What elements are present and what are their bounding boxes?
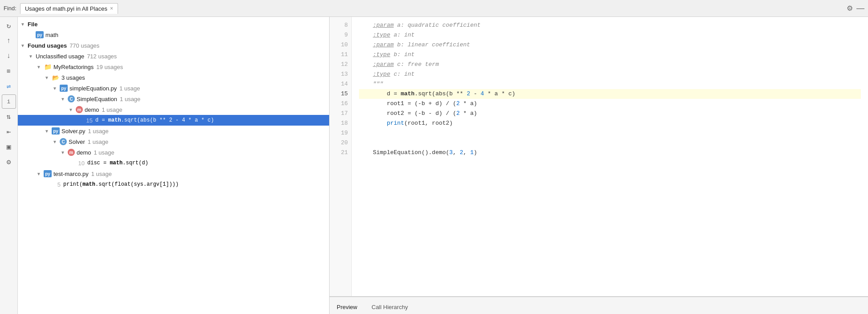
settings-button[interactable]: ⚙ <box>847 4 853 12</box>
minimize-button[interactable]: — <box>856 4 864 13</box>
tab-call-hierarchy[interactable]: Call Hierarchy <box>364 301 415 314</box>
code-line-20 <box>359 138 861 148</box>
disc-snippet: disc = math.sqrt(d) <box>87 160 148 166</box>
folder-icon: 📁 <box>44 63 52 71</box>
bottom-tabs: Preview Call Hierarchy <box>330 296 868 314</box>
py-icon-solver: py <box>52 127 60 135</box>
file-tree-panel: ▼ File py math ▼ Found usages 770 usages… <box>18 17 330 314</box>
ln-10: 10 <box>341 40 348 50</box>
code-line-8: :param a: quadratic coefficient <box>359 20 861 30</box>
find-bar: Find: Usages of math.pyi in All Places ×… <box>0 0 868 17</box>
code-area[interactable]: :param a: quadratic coefficient :type a:… <box>352 17 868 296</box>
ln-12: 12 <box>341 60 348 69</box>
find-tab-title: Usages of math.pyi in All Places <box>25 5 107 12</box>
unclassified-count: 712 usages <box>87 53 117 60</box>
ln-18: 18 <box>341 118 348 128</box>
panel-icon[interactable]: ▣ <box>2 140 16 154</box>
editor-content: 8 9 10 11 12 13 14 15 16 17 18 19 20 21 … <box>330 17 868 296</box>
solver-py-count: 1 usage <box>88 128 108 135</box>
testmarco-py-count: 1 usage <box>91 171 112 177</box>
ln-13: 13 <box>341 69 348 79</box>
method-m-icon: m <box>76 106 83 113</box>
group-icon[interactable]: ⊞ <box>2 64 16 78</box>
tree-row-simpleequation-class[interactable]: ▼ C SimpleEquation 1 usage <box>18 94 329 104</box>
expand-arrow: ▼ <box>20 22 27 27</box>
file-tree-content[interactable]: ▼ File py math ▼ Found usages 770 usages… <box>18 17 329 314</box>
find-tab[interactable]: Usages of math.pyi in All Places × <box>20 3 118 14</box>
class-c-icon: C <box>68 95 75 102</box>
sort-icon[interactable]: ⇅ <box>2 110 16 124</box>
simpleequation-py-label: simpleEquation.py <box>69 85 117 92</box>
main-area: ↻ ↑ ↓ ⊞ ⇌ i ⇅ ⇤ ▣ ⚙ ▼ File py math <box>0 17 868 314</box>
code-snippet-selected: d = math.sqrt(abs(b ** 2 - 4 * a * c) <box>95 117 214 123</box>
myrefactorings-count: 19 usages <box>96 64 123 70</box>
demo-method-label: demo <box>85 106 99 113</box>
tree-row-solver-py[interactable]: ▼ py Solver.py 1 usage <box>18 126 329 136</box>
code-line-17: root2 = (-b - d) / (2 * a) <box>359 109 861 118</box>
testmarco-py-label: test-marco.py <box>53 171 89 177</box>
tree-row-simpleequation-py[interactable]: ▼ py simpleEquation.py 1 usage <box>18 83 329 94</box>
disc-line-num: 10 <box>76 160 85 167</box>
myrefactorings-label: MyRefactorings <box>53 64 94 70</box>
tree-file-label: File <box>28 21 37 28</box>
refresh-icon[interactable]: ↻ <box>2 19 16 33</box>
tree-row-found-usages[interactable]: ▼ Found usages 770 usages <box>18 40 329 51</box>
found-usages-label: Found usages <box>28 42 67 49</box>
ln-21: 21 <box>341 148 348 158</box>
tree-math-label: math <box>45 32 58 38</box>
print-snippet: print(math.sqrt(float(sys.argv[1]))) <box>63 181 179 188</box>
3usages-label: 3 usages <box>61 74 85 81</box>
down-icon[interactable]: ↓ <box>2 49 16 63</box>
py-icon: py <box>36 31 44 38</box>
ln-19: 19 <box>341 128 348 138</box>
code-line-13: :type c: int <box>359 69 861 79</box>
tree-row-disc-line[interactable]: 10 disc = math.sqrt(d) <box>18 158 329 168</box>
ln-8: 8 <box>344 20 348 30</box>
tree-row-demo-method[interactable]: ▼ m demo 1 usage <box>18 104 329 115</box>
code-line-16: root1 = (-b + d) / (2 * a) <box>359 99 861 109</box>
tree-row-file[interactable]: ▼ File <box>18 19 329 29</box>
gear-icon[interactable]: ⚙ <box>2 155 16 169</box>
find-tab-close[interactable]: × <box>110 5 113 12</box>
demo-solver-count: 1 usage <box>94 149 114 156</box>
found-usages-count: 770 usages <box>69 42 99 49</box>
class-c-icon-solver: C <box>60 138 67 145</box>
demo-solver-label: demo <box>77 149 91 156</box>
tree-row-solver-class[interactable]: ▼ C Solver 1 usage <box>18 136 329 147</box>
simpleequation-class-count: 1 usage <box>120 96 140 102</box>
print-line-num: 5 <box>52 181 61 188</box>
code-line-15: d = math.sqrt(abs(b ** 2 - 4 * a * c) <box>359 89 861 99</box>
tree-row-testmarco-py[interactable]: ▼ py test-marco.py 1 usage <box>18 168 329 179</box>
ln-15: 15 <box>341 89 348 99</box>
line-num: 15 <box>84 117 93 124</box>
solver-class-count: 1 usage <box>88 139 108 145</box>
tree-row-math[interactable]: py math <box>18 29 329 40</box>
py-icon-2: py <box>60 85 68 92</box>
merge-icon[interactable]: ⇌ <box>2 79 16 94</box>
ln-20: 20 <box>341 138 348 148</box>
tree-row-3usages[interactable]: ▼ 📂 3 usages <box>18 72 329 83</box>
tree-row-print-line[interactable]: 5 print(math.sqrt(float(sys.argv[1]))) <box>18 179 329 190</box>
code-line-11: :type b: int <box>359 50 861 60</box>
info-icon[interactable]: i <box>2 94 16 109</box>
code-line-21: SimpleEquation().demo(3, 2, 1) <box>359 148 861 158</box>
tree-row-demo-solver[interactable]: ▼ m demo 1 usage <box>18 147 329 158</box>
find-bar-right: ⚙ — <box>847 4 864 13</box>
code-line-19 <box>359 128 861 138</box>
ln-16: 16 <box>341 99 348 109</box>
code-line-12: :param c: free term <box>359 60 861 69</box>
tree-row-selected-line[interactable]: 15 d = math.sqrt(abs(b ** 2 - 4 * a * c) <box>18 115 329 126</box>
sidebar-icons: ↻ ↑ ↓ ⊞ ⇌ i ⇅ ⇤ ▣ ⚙ <box>0 17 18 314</box>
up-icon[interactable]: ↑ <box>2 34 16 48</box>
find-label: Find: <box>4 5 16 12</box>
line-numbers: 8 9 10 11 12 13 14 15 16 17 18 19 20 21 <box>330 17 352 296</box>
collapse-icon[interactable]: ⇤ <box>2 125 16 139</box>
code-line-9: :type a: int <box>359 30 861 40</box>
tree-row-myrefactorings[interactable]: ▼ 📁 MyRefactorings 19 usages <box>18 61 329 72</box>
method-m-icon-solver: m <box>68 149 75 156</box>
ln-11: 11 <box>341 50 348 60</box>
tab-preview[interactable]: Preview <box>330 301 364 314</box>
tree-row-unclassified[interactable]: ▼ Unclassified usage 712 usages <box>18 51 329 61</box>
py-icon-testmarco: py <box>44 170 52 177</box>
ln-9: 9 <box>344 30 348 40</box>
